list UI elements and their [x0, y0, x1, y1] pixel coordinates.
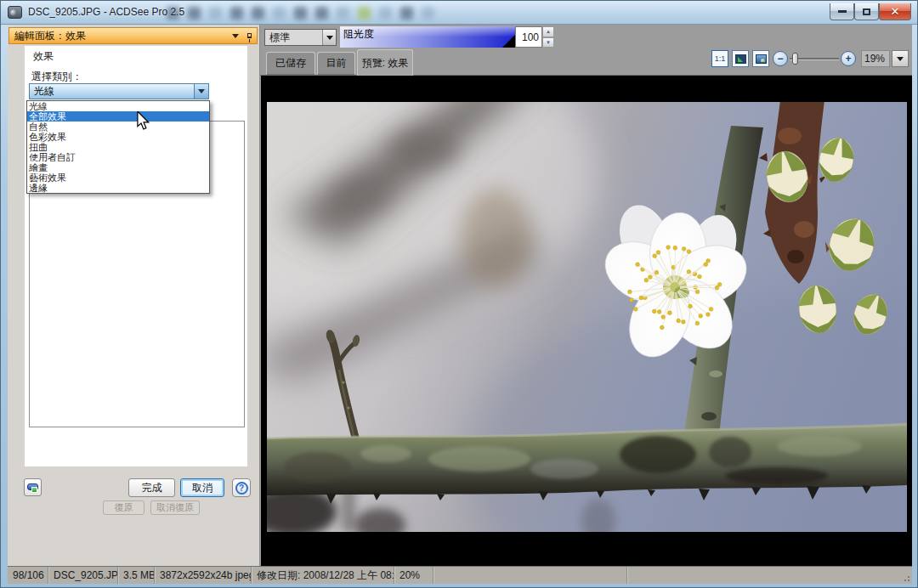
show-preview-bar-button[interactable]	[24, 478, 42, 496]
preview-photo	[267, 102, 907, 532]
redo-button[interactable]: 取消復原	[150, 500, 200, 515]
restore-icon	[863, 8, 870, 15]
title-bar[interactable]: DSC_9205.JPG - ACDSee Pro 2.5 ✕	[1, 1, 918, 25]
tab-saved[interactable]: 已儲存	[266, 52, 315, 75]
opacity-label: 阻光度	[343, 27, 374, 42]
fit-image-icon	[735, 54, 746, 64]
chevron-down-icon[interactable]	[194, 84, 208, 99]
status-position: 98/106	[8, 567, 48, 584]
panel-menu-icon[interactable]	[232, 34, 239, 38]
category-label: 選擇類別：	[31, 70, 82, 84]
dropdown-option[interactable]: 色彩效果	[27, 132, 209, 142]
cancel-button[interactable]: 取消	[180, 478, 224, 497]
help-button[interactable]: ?	[232, 478, 251, 497]
opacity-slider-thumb[interactable]	[502, 35, 515, 48]
status-bar: 98/106 DSC_9205.JPG 3.5 MB 3872x2592x24b…	[8, 566, 912, 584]
help-icon: ?	[235, 482, 248, 495]
opacity-spinner: ▲ ▼	[542, 26, 554, 48]
preview-canvas[interactable]	[261, 76, 912, 566]
category-combobox[interactable]: 光線	[29, 83, 209, 99]
status-dimensions: 3872x2592x24b jpeg	[155, 567, 252, 584]
image-icon	[756, 54, 767, 64]
mouse-cursor	[135, 111, 150, 130]
spinner-up-icon[interactable]: ▲	[542, 26, 554, 37]
minimize-button[interactable]	[830, 3, 854, 20]
minimize-icon	[838, 10, 847, 13]
edit-panel-header[interactable]: 編輯面板：效果	[8, 27, 258, 44]
actual-size-button[interactable]: 1:1	[711, 50, 728, 67]
zoom-in-button[interactable]: +	[841, 51, 856, 66]
category-dropdown-list: 光線 全部效果 自然 色彩效果 扭曲 使用者自訂 繪畫 藝術效果 邊緣	[26, 100, 210, 194]
category-combobox-value: 光線	[30, 84, 194, 99]
app-icon	[8, 6, 22, 19]
zoom-percent-dropdown[interactable]	[892, 50, 909, 67]
dropdown-option[interactable]: 藝術效果	[27, 172, 209, 183]
preset-combobox-value: 標準	[265, 31, 322, 45]
status-empty	[434, 567, 627, 584]
pin-icon[interactable]	[247, 33, 252, 38]
done-button[interactable]: 完成	[128, 478, 175, 497]
opacity-value-input[interactable]: 100	[515, 26, 542, 48]
dropdown-option[interactable]: 繪畫	[27, 162, 209, 172]
zoom-lock-button[interactable]	[752, 50, 769, 67]
dropdown-option[interactable]: 扭曲	[27, 142, 209, 152]
effects-section-title: 效果	[33, 49, 54, 64]
tab-current[interactable]: 目前	[317, 52, 355, 75]
app-window: DSC_9205.JPG - ACDSee Pro 2.5 ✕ 編輯面板：效果 …	[0, 0, 918, 588]
close-icon: ✕	[891, 6, 900, 17]
opacity-slider[interactable]: 阻光度	[340, 26, 515, 48]
dropdown-option[interactable]: 邊緣	[27, 183, 209, 193]
status-empty	[627, 567, 912, 584]
zoom-out-button[interactable]: −	[773, 51, 788, 66]
restore-button[interactable]	[854, 3, 879, 20]
chevron-down-icon[interactable]	[322, 30, 336, 45]
window-title: DSC_9205.JPG - ACDSee Pro 2.5	[28, 6, 184, 18]
dropdown-option[interactable]: 使用者自訂	[27, 152, 209, 162]
tab-preview-effects[interactable]: 預覽: 效果	[357, 49, 413, 76]
status-filesize: 3.5 MB	[118, 567, 155, 584]
preset-combobox[interactable]: 標準	[264, 29, 337, 46]
dropdown-option[interactable]: 光線	[27, 101, 209, 111]
zoom-percent-display: 19%	[861, 50, 890, 67]
fit-image-button[interactable]	[732, 50, 749, 67]
status-modified-date: 修改日期: 2008/12/28 上午 08:01:58	[252, 567, 394, 584]
status-filename: DSC_9205.JPG	[48, 567, 118, 584]
close-button[interactable]: ✕	[879, 3, 911, 20]
preview-bar-icon-accent	[31, 487, 37, 493]
edit-panel-title: 編輯面板：效果	[14, 29, 232, 43]
background-toolbar-blur	[167, 3, 651, 23]
status-zoom: 20%	[394, 567, 434, 584]
zoom-slider-thumb[interactable]	[792, 53, 798, 65]
dropdown-option[interactable]: 自然	[27, 122, 209, 132]
spinner-down-icon[interactable]: ▼	[542, 37, 554, 48]
dropdown-option-selected[interactable]: 全部效果	[27, 111, 209, 122]
undo-button[interactable]: 復原	[103, 500, 144, 515]
